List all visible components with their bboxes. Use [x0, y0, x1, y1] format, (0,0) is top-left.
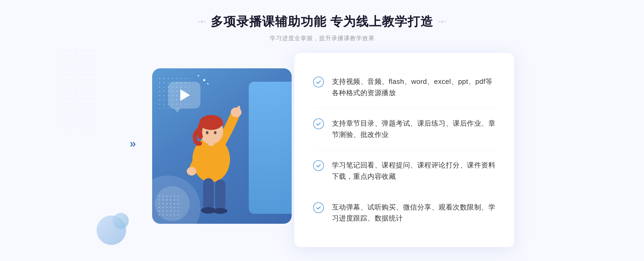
page-title: 多项录播课辅助功能 专为线上教学打造: [211, 13, 434, 30]
check-circle-1: [313, 77, 324, 87]
deco-circle-bottom-small: [113, 213, 129, 229]
title-decoration-left: [198, 21, 205, 23]
illustration-container: [144, 63, 300, 237]
check-svg-1: [316, 79, 321, 85]
check-circle-2: [313, 118, 324, 129]
dot-grid-bottom: [158, 194, 182, 218]
check-svg-2: [316, 121, 321, 127]
feature-text-1: 支持视频、音频、flash、word、excel、ppt、pdf等各种格式的资源…: [332, 76, 496, 98]
svg-rect-2: [215, 180, 225, 210]
svg-rect-1: [203, 178, 214, 210]
feature-item-1: 支持视频、音频、flash、word、excel、ppt、pdf等各种格式的资源…: [313, 66, 496, 108]
svg-point-4: [213, 208, 227, 214]
check-icon-3: [313, 160, 324, 171]
dot-pattern-left: [59, 48, 97, 129]
check-icon-4: [313, 202, 324, 213]
svg-rect-12: [237, 106, 240, 114]
left-chevron[interactable]: »: [130, 137, 136, 150]
header-title-row: 多项录播课辅助功能 专为线上教学打造: [198, 13, 446, 30]
bottom-deco-circle-sm: [113, 213, 129, 229]
svg-point-11: [187, 167, 196, 176]
sparkle-dot-2: [198, 75, 199, 76]
title-decoration-right: [439, 21, 446, 23]
feature-text-2: 支持章节目录、弹题考试、课后练习、课后作业、章节测验、批改作业: [332, 118, 496, 140]
feature-text-3: 学习笔记回看、课程提问、课程评论打分、课件资料下载，重点内容收藏: [332, 160, 496, 182]
page-container: 多项录播课辅助功能 专为线上教学打造 学习进度全掌握，提升录播课教学效果 »: [0, 0, 644, 261]
svg-point-8: [206, 131, 208, 134]
check-icon-1: [313, 77, 324, 87]
svg-point-7: [199, 115, 223, 130]
header-section: 多项录播课辅助功能 专为线上教学打造 学习进度全掌握，提升录播课教学效果: [198, 13, 446, 42]
check-svg-3: [316, 163, 321, 169]
feature-text-4: 互动弹幕、试听购买、微信分享、观看次数限制、学习进度跟踪、数据统计: [332, 202, 496, 224]
blue-bg-rect: [152, 68, 292, 224]
page-subtitle: 学习进度全掌握，提升录播课教学效果: [198, 34, 446, 42]
main-content: »: [121, 53, 523, 247]
feature-item-3: 学习笔记回看、课程提问、课程评论打分、课件资料下载，重点内容收藏: [313, 150, 496, 192]
check-circle-4: [313, 202, 324, 213]
check-circle-3: [313, 160, 324, 171]
features-card: 支持视频、音频、flash、word、excel、ppt、pdf等各种格式的资源…: [294, 53, 514, 247]
chevron-left-icon: »: [130, 137, 136, 150]
check-icon-2: [313, 118, 324, 129]
feature-item-2: 支持章节目录、弹题考试、课后练习、课后作业、章节测验、批改作业: [313, 108, 496, 150]
check-svg-4: [316, 205, 321, 211]
feature-item-4: 互动弹幕、试听购买、微信分享、观看次数限制、学习进度跟踪、数据统计: [313, 192, 496, 234]
svg-point-9: [214, 131, 217, 134]
